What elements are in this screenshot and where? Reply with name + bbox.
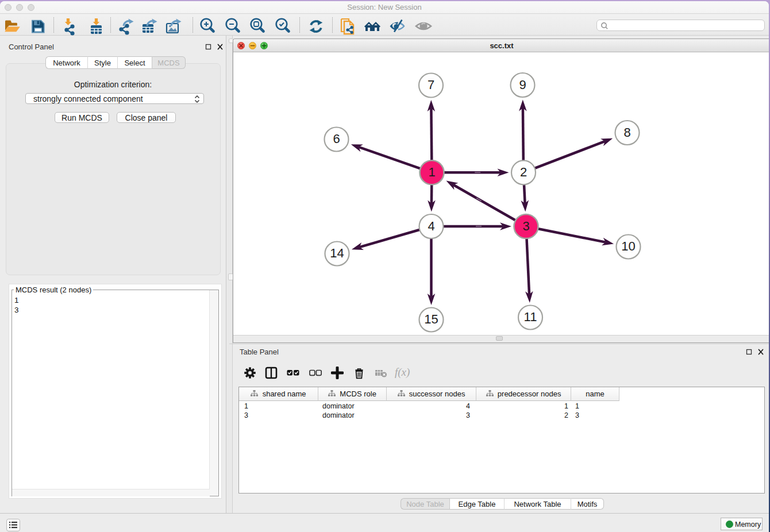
svg-text:2: 2 xyxy=(520,165,527,179)
svg-text:6: 6 xyxy=(333,132,340,146)
svg-text:15: 15 xyxy=(424,312,438,326)
svg-text:9: 9 xyxy=(519,78,526,92)
svg-text:10: 10 xyxy=(621,239,635,253)
svg-text:11: 11 xyxy=(524,310,537,324)
svg-text:3: 3 xyxy=(522,219,529,233)
svg-text:1: 1 xyxy=(428,165,435,179)
svg-text:4: 4 xyxy=(428,219,434,233)
svg-text:7: 7 xyxy=(428,78,434,92)
svg-text:8: 8 xyxy=(623,125,630,140)
svg-text:14: 14 xyxy=(330,246,344,260)
